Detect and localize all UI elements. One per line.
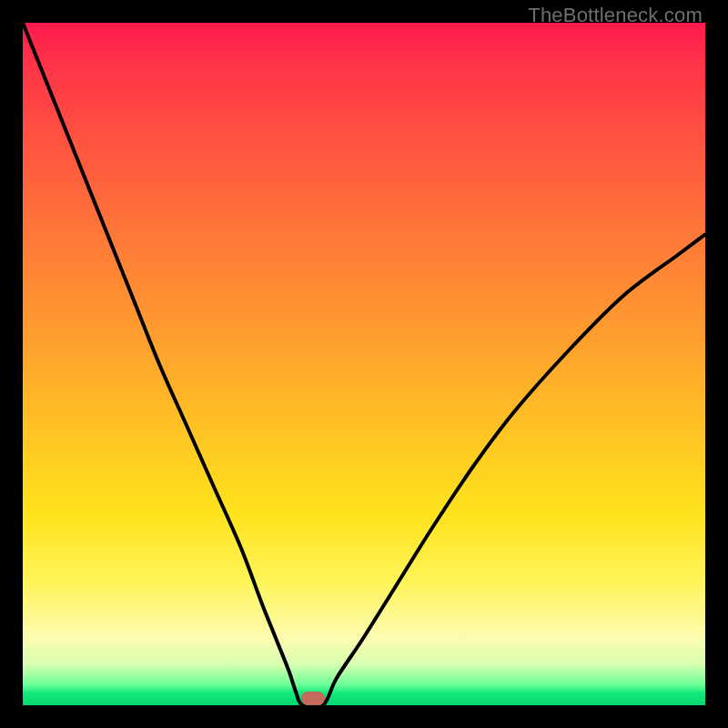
plot-area: [23, 23, 705, 705]
optimal-marker: [301, 692, 325, 705]
bottleneck-curve: [23, 23, 705, 705]
watermark-text: TheBottleneck.com: [528, 4, 703, 27]
chart-frame: TheBottleneck.com: [0, 0, 728, 728]
